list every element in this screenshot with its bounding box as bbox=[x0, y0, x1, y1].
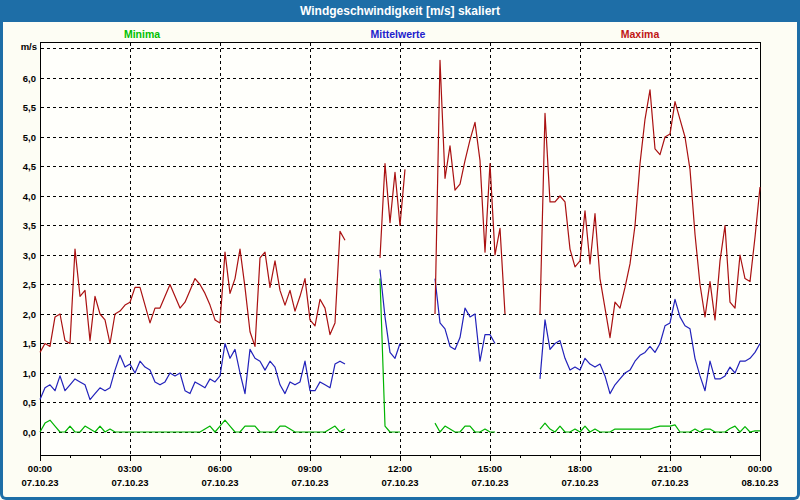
wind-speed-chart: 6,05,55,04,54,03,53,02,52,01,51,00,50,0m… bbox=[0, 0, 800, 500]
x-tick-time: 12:00 bbox=[388, 463, 412, 474]
x-tick-time: 06:00 bbox=[208, 463, 232, 474]
x-tick-date: 08.10.23 bbox=[742, 477, 779, 488]
y-tick-label: 6,0 bbox=[23, 73, 36, 84]
x-tick-time: 21:00 bbox=[658, 463, 682, 474]
window-title-bar: Windgeschwindigkeit [m/s] skaliert bbox=[0, 0, 800, 22]
y-tick-label: 1,0 bbox=[23, 368, 36, 379]
y-tick-label: 2,0 bbox=[23, 309, 36, 320]
x-tick-date: 07.10.23 bbox=[202, 477, 239, 488]
x-tick-time: 09:00 bbox=[298, 463, 322, 474]
x-tick-time: 03:00 bbox=[118, 463, 142, 474]
x-tick-date: 07.10.23 bbox=[112, 477, 149, 488]
y-tick-label: 3,5 bbox=[23, 220, 37, 231]
y-tick-label: 4,0 bbox=[23, 191, 36, 202]
y-tick-label: 3,0 bbox=[23, 250, 36, 261]
y-unit-label: m/s bbox=[21, 41, 37, 52]
y-tick-label: 2,5 bbox=[23, 279, 37, 290]
y-tick-label: 4,5 bbox=[23, 161, 37, 172]
x-tick-date: 07.10.23 bbox=[292, 477, 329, 488]
legend-item-minima: Minima bbox=[124, 28, 160, 40]
x-tick-date: 07.10.23 bbox=[562, 477, 599, 488]
y-tick-label: 5,0 bbox=[23, 132, 36, 143]
x-tick-date: 07.10.23 bbox=[382, 477, 419, 488]
legend-item-maxima: Maxima bbox=[621, 28, 660, 40]
y-tick-label: 0,5 bbox=[23, 397, 37, 408]
x-tick-time: 00:00 bbox=[28, 463, 52, 474]
y-tick-label: 5,5 bbox=[23, 102, 37, 113]
x-tick-time: 00:00 bbox=[748, 463, 772, 474]
x-tick-date: 07.10.23 bbox=[472, 477, 509, 488]
y-tick-label: 1,5 bbox=[23, 338, 37, 349]
legend-item-mittelwerte: Mittelwerte bbox=[371, 28, 426, 40]
x-tick-date: 07.10.23 bbox=[22, 477, 59, 488]
page-title: Windgeschwindigkeit [m/s] skaliert bbox=[300, 4, 500, 18]
x-tick-date: 07.10.23 bbox=[652, 477, 689, 488]
x-tick-time: 18:00 bbox=[568, 463, 592, 474]
y-tick-label: 0,0 bbox=[23, 427, 36, 438]
x-tick-time: 15:00 bbox=[478, 463, 502, 474]
